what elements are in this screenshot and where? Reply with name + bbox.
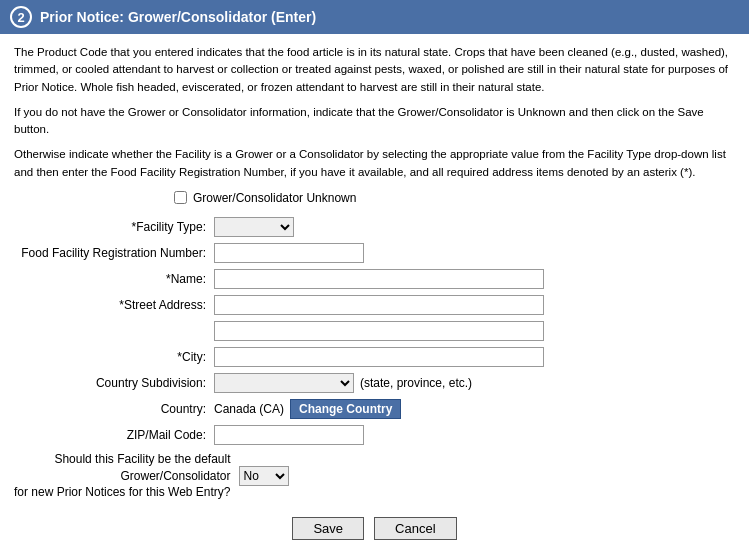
info-paragraph1: The Product Code that you entered indica… xyxy=(14,44,735,96)
country-subdivision-row: Country Subdivision: (state, province, e… xyxy=(14,373,735,393)
registration-label: Food Facility Registration Number: xyxy=(14,246,214,260)
city-label: *City: xyxy=(14,350,214,364)
default-select[interactable]: No Yes xyxy=(239,466,289,486)
city-row: *City: xyxy=(14,347,735,367)
country-subdivision-label: Country Subdivision: xyxy=(14,376,214,390)
facility-type-row: *Facility Type: Grower Consolidator xyxy=(14,217,735,237)
registration-row: Food Facility Registration Number: xyxy=(14,243,735,263)
default-label: Should this Facility be the default Grow… xyxy=(14,451,239,501)
name-input[interactable] xyxy=(214,269,544,289)
country-subdivision-select[interactable] xyxy=(214,373,354,393)
street-address-input1[interactable] xyxy=(214,295,544,315)
country-value: Canada (CA) xyxy=(214,402,284,416)
page-header: 2 Prior Notice: Grower/Consolidator (Ent… xyxy=(0,0,749,34)
name-row: *Name: xyxy=(14,269,735,289)
action-buttons: Save Cancel xyxy=(14,517,735,540)
zip-row: ZIP/Mail Code: xyxy=(14,425,735,445)
page-title: Prior Notice: Grower/Consolidator (Enter… xyxy=(40,9,316,25)
country-label: Country: xyxy=(14,402,214,416)
grower-unknown-row: Grower/Consolidator Unknown xyxy=(14,191,735,205)
country-row: Country: Canada (CA) Change Country xyxy=(14,399,735,419)
state-note: (state, province, etc.) xyxy=(360,376,472,390)
facility-type-label: *Facility Type: xyxy=(14,220,214,234)
form-section: Grower/Consolidator Unknown *Facility Ty… xyxy=(14,191,735,501)
grower-unknown-label: Grower/Consolidator Unknown xyxy=(193,191,356,205)
cancel-button[interactable]: Cancel xyxy=(374,517,456,540)
page-content: The Product Code that you entered indica… xyxy=(0,34,749,550)
street-address-input2[interactable] xyxy=(214,321,544,341)
change-country-button[interactable]: Change Country xyxy=(290,399,401,419)
name-label: *Name: xyxy=(14,272,214,286)
street-label: *Street Address: xyxy=(14,298,214,312)
save-button[interactable]: Save xyxy=(292,517,364,540)
default-row: Should this Facility be the default Grow… xyxy=(14,451,735,501)
facility-type-select[interactable]: Grower Consolidator xyxy=(214,217,294,237)
zip-input[interactable] xyxy=(214,425,364,445)
grower-unknown-checkbox[interactable] xyxy=(174,191,187,204)
street-address-row2 xyxy=(14,321,735,341)
info-paragraph3: Otherwise indicate whether the Facility … xyxy=(14,146,735,181)
zip-label: ZIP/Mail Code: xyxy=(14,428,214,442)
step-badge: 2 xyxy=(10,6,32,28)
info-paragraph2: If you do not have the Grower or Consoli… xyxy=(14,104,735,139)
registration-input[interactable] xyxy=(214,243,364,263)
street-address-row1: *Street Address: xyxy=(14,295,735,315)
city-input[interactable] xyxy=(214,347,544,367)
